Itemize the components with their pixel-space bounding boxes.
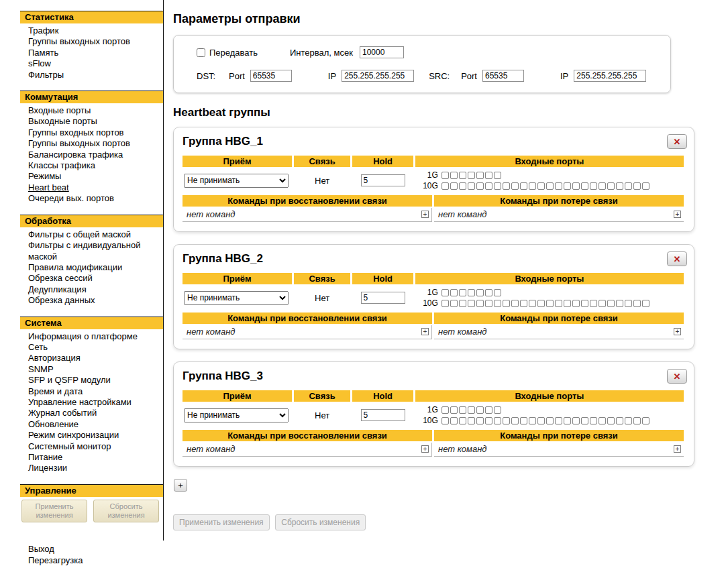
sidebar-item[interactable]: Информация о платформе xyxy=(28,331,138,341)
sidebar-item[interactable]: Авторизация xyxy=(28,353,81,363)
sidebar-item[interactable]: Фильтры xyxy=(28,70,64,80)
port-checkbox[interactable] xyxy=(633,300,641,307)
port-checkbox[interactable] xyxy=(537,182,545,190)
port-checkbox[interactable] xyxy=(555,417,562,424)
port-checkbox[interactable] xyxy=(564,300,571,307)
sidebar-item[interactable]: Обновление xyxy=(28,419,79,429)
port-checkbox[interactable] xyxy=(450,172,458,179)
port-checkbox[interactable] xyxy=(616,300,623,307)
port-checkbox[interactable] xyxy=(459,417,466,424)
port-checkbox[interactable] xyxy=(485,417,492,424)
port-checkbox[interactable] xyxy=(607,182,615,190)
port-checkbox[interactable] xyxy=(476,417,484,424)
port-checkbox[interactable] xyxy=(441,172,449,179)
port-checkbox[interactable] xyxy=(599,300,606,307)
port-checkbox[interactable] xyxy=(459,406,466,414)
sidebar-item[interactable]: Группы выходных портов xyxy=(28,138,130,148)
port-checkbox[interactable] xyxy=(441,182,449,190)
port-checkbox[interactable] xyxy=(485,289,492,296)
sidebar-item[interactable]: SFP и QSFP модули xyxy=(28,375,111,385)
port-checkbox[interactable] xyxy=(503,417,510,424)
port-checkbox[interactable] xyxy=(572,300,580,307)
port-checkbox[interactable] xyxy=(511,182,519,190)
port-checkbox[interactable] xyxy=(564,182,571,190)
reset-changes-button[interactable]: Сбросить изменения xyxy=(275,514,366,530)
port-checkbox[interactable] xyxy=(494,289,501,296)
port-checkbox[interactable] xyxy=(642,300,649,307)
port-checkbox[interactable] xyxy=(494,417,501,424)
sidebar-item[interactable]: Время и дата xyxy=(28,386,83,396)
delete-group-button[interactable]: ✕ xyxy=(667,251,687,266)
add-group-button[interactable]: + xyxy=(174,479,187,492)
sidebar-item[interactable]: Режимы xyxy=(28,171,61,181)
port-checkbox[interactable] xyxy=(529,182,536,190)
port-checkbox[interactable] xyxy=(616,417,623,424)
port-checkbox[interactable] xyxy=(546,300,554,307)
port-checkbox[interactable] xyxy=(468,417,475,424)
port-checkbox[interactable] xyxy=(450,182,458,190)
apply-changes-button[interactable]: Применить изменения xyxy=(173,514,270,530)
port-checkbox[interactable] xyxy=(520,300,527,307)
sidebar-item[interactable]: Обрезка сессий xyxy=(28,273,93,283)
port-checkbox[interactable] xyxy=(642,417,649,424)
port-checkbox[interactable] xyxy=(459,289,466,296)
logout-link[interactable]: Выход xyxy=(28,543,163,555)
sidebar-item[interactable]: Группы входных портов xyxy=(28,127,124,137)
port-checkbox[interactable] xyxy=(459,182,466,190)
port-checkbox[interactable] xyxy=(642,182,649,190)
sidebar-item[interactable]: Управление настройками xyxy=(28,397,132,407)
port-checkbox[interactable] xyxy=(485,406,492,414)
port-checkbox[interactable] xyxy=(511,417,519,424)
port-checkbox[interactable] xyxy=(564,417,571,424)
port-checkbox[interactable] xyxy=(468,289,475,296)
port-checkbox[interactable] xyxy=(450,289,458,296)
sidebar-item[interactable]: Питание xyxy=(28,452,62,462)
port-checkbox[interactable] xyxy=(581,182,588,190)
sidebar-item[interactable]: Лицензии xyxy=(28,463,67,473)
port-checkbox[interactable] xyxy=(494,406,501,414)
sidebar-item[interactable]: Входные порты xyxy=(28,105,91,115)
hold-input[interactable] xyxy=(361,174,405,186)
port-checkbox[interactable] xyxy=(476,406,484,414)
port-checkbox[interactable] xyxy=(546,417,554,424)
port-checkbox[interactable] xyxy=(459,300,466,307)
port-checkbox[interactable] xyxy=(476,172,484,179)
interval-input[interactable] xyxy=(360,46,404,58)
port-checkbox[interactable] xyxy=(599,182,606,190)
expand-icon[interactable] xyxy=(421,445,429,453)
port-checkbox[interactable] xyxy=(625,300,632,307)
sidebar-item[interactable]: Группы выходных портов xyxy=(28,36,130,46)
sidebar-item[interactable]: Режим синхронизации xyxy=(28,430,119,440)
port-checkbox[interactable] xyxy=(520,182,527,190)
sidebar-item[interactable]: Heart beat xyxy=(28,182,69,192)
expand-icon[interactable] xyxy=(674,328,681,335)
port-checkbox[interactable] xyxy=(555,182,562,190)
sidebar-item[interactable]: sFlow xyxy=(28,58,51,68)
port-checkbox[interactable] xyxy=(529,417,536,424)
expand-icon[interactable] xyxy=(674,211,681,218)
port-checkbox[interactable] xyxy=(476,300,484,307)
reboot-link[interactable]: Перезагрузка xyxy=(28,555,163,566)
sidebar-item[interactable]: Обрезка данных xyxy=(28,295,95,305)
port-checkbox[interactable] xyxy=(537,417,545,424)
sidebar-item[interactable]: Журнал событий xyxy=(28,408,97,418)
port-checkbox[interactable] xyxy=(546,182,554,190)
port-checkbox[interactable] xyxy=(581,300,588,307)
port-checkbox[interactable] xyxy=(633,182,641,190)
sidebar-item[interactable]: Фильтры с индивидуальной маской xyxy=(28,240,140,261)
port-checkbox[interactable] xyxy=(625,417,632,424)
sidebar-item[interactable]: Правила модификации xyxy=(28,262,122,272)
receive-mode-select[interactable]: Не принимать xyxy=(184,174,289,188)
receive-mode-select[interactable]: Не принимать xyxy=(184,408,289,422)
port-checkbox[interactable] xyxy=(441,289,449,296)
port-checkbox[interactable] xyxy=(494,172,501,179)
port-checkbox[interactable] xyxy=(633,417,641,424)
port-checkbox[interactable] xyxy=(503,182,510,190)
port-checkbox[interactable] xyxy=(450,300,458,307)
port-checkbox[interactable] xyxy=(616,182,623,190)
port-checkbox[interactable] xyxy=(441,300,449,307)
sidebar-item[interactable]: Системный монитор xyxy=(28,441,111,451)
src-ip-input[interactable] xyxy=(574,70,646,82)
port-checkbox[interactable] xyxy=(520,417,527,424)
port-checkbox[interactable] xyxy=(476,182,484,190)
